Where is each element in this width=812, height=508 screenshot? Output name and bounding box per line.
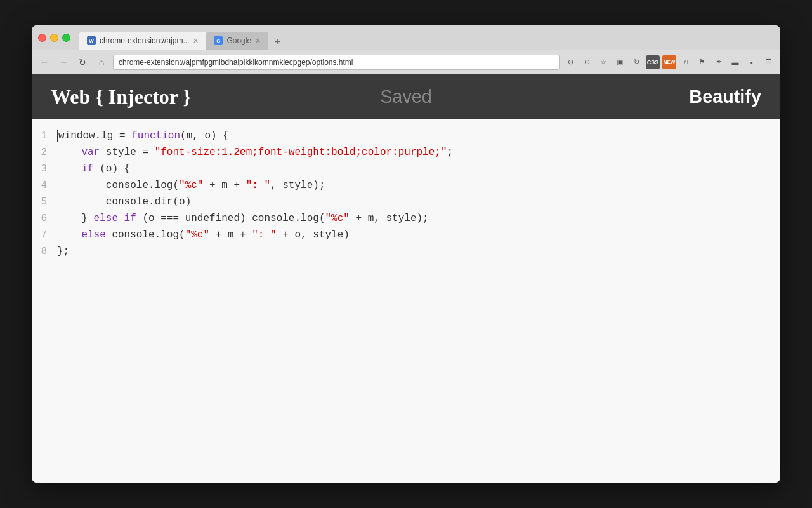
code-segment: else bbox=[81, 229, 105, 241]
star-icon[interactable]: ☆ bbox=[596, 55, 610, 69]
code-segment: + m + bbox=[209, 229, 252, 241]
code-line: 6 } else if (o === undefined) console.lo… bbox=[32, 212, 780, 229]
tab-favicon-ext: W bbox=[87, 36, 96, 45]
line-number: 3 bbox=[32, 163, 57, 175]
code-segment: console.log( bbox=[106, 229, 185, 241]
app-title: Web { Injector } bbox=[51, 85, 287, 109]
line-content[interactable]: var style = "font-size:1.2em;font-weight… bbox=[57, 147, 780, 158]
code-segment: (o) { bbox=[94, 163, 131, 175]
close-button[interactable] bbox=[38, 34, 46, 42]
code-segment bbox=[57, 163, 81, 175]
code-segment: + m, style); bbox=[350, 213, 429, 224]
flag-icon[interactable]: ⚑ bbox=[695, 55, 709, 69]
code-segment: function bbox=[131, 130, 180, 142]
line-number: 7 bbox=[32, 229, 57, 241]
maximize-button[interactable] bbox=[62, 34, 70, 42]
refresh2-icon[interactable]: ↻ bbox=[629, 55, 643, 69]
title-bar: W chrome-extension://ajpm... ✕ G Google … bbox=[32, 25, 780, 50]
tab-extension[interactable]: W chrome-extension://ajpm... ✕ bbox=[79, 32, 206, 50]
code-segment bbox=[57, 147, 81, 158]
code-segment: (o === undefined) console.log( bbox=[136, 213, 325, 224]
refresh-button[interactable]: ↻ bbox=[75, 55, 90, 70]
code-segment: "%c" bbox=[179, 180, 203, 191]
screenshot-icon[interactable]: ▣ bbox=[613, 55, 627, 69]
saved-status: Saved bbox=[287, 86, 524, 107]
line-number: 5 bbox=[32, 196, 57, 208]
tab-label-ext: chrome-extension://ajpm... bbox=[100, 36, 189, 45]
browser-window: W chrome-extension://ajpm... ✕ G Google … bbox=[32, 25, 780, 483]
print-icon[interactable]: ⎙ bbox=[679, 55, 693, 69]
forward-button[interactable]: → bbox=[56, 55, 71, 70]
code-segment: var bbox=[81, 147, 100, 158]
new-badge-icon: NEW bbox=[662, 55, 676, 69]
line-content[interactable]: if (o) { bbox=[57, 163, 780, 175]
traffic-lights bbox=[38, 34, 70, 42]
code-line: 1window.lg = function(m, o) { bbox=[32, 130, 780, 146]
code-line: 2 var style = "font-size:1.2em;font-weig… bbox=[32, 146, 780, 163]
back-button[interactable]: ← bbox=[37, 55, 52, 70]
line-content[interactable]: } else if (o === undefined) console.log(… bbox=[57, 213, 780, 224]
code-editor[interactable]: 1window.lg = function(m, o) {2 var style… bbox=[32, 119, 780, 483]
line-content[interactable]: window.lg = function(m, o) { bbox=[57, 130, 780, 142]
tab-google[interactable]: G Google ✕ bbox=[206, 32, 268, 50]
line-content[interactable]: console.log("%c" + m + ": ", style); bbox=[57, 180, 780, 191]
tab-bar: W chrome-extension://ajpm... ✕ G Google … bbox=[79, 25, 774, 50]
tab-close-google[interactable]: ✕ bbox=[255, 37, 261, 45]
code-line: 8}; bbox=[32, 245, 780, 262]
tv-icon[interactable]: ▬ bbox=[728, 55, 742, 69]
line-content[interactable]: }; bbox=[57, 246, 780, 257]
code-segment bbox=[57, 229, 81, 241]
code-segment: if bbox=[81, 163, 93, 175]
eyedropper-icon[interactable]: ✒ bbox=[712, 55, 726, 69]
code-segment: ; bbox=[447, 147, 454, 158]
code-segment: else if bbox=[94, 213, 136, 224]
code-line: 7 else console.log("%c" + m + ": " + o, … bbox=[32, 229, 780, 245]
tab-label-google: Google bbox=[226, 36, 251, 45]
code-line: 4 console.log("%c" + m + ": ", style); bbox=[32, 179, 780, 196]
tab-favicon-google: G bbox=[214, 36, 223, 45]
code-segment: style = bbox=[100, 147, 154, 158]
code-segment: , style); bbox=[270, 180, 325, 191]
new-tab-button[interactable]: + bbox=[268, 34, 286, 50]
css-icon[interactable]: CSS bbox=[646, 55, 660, 69]
code-segment: + m + bbox=[203, 180, 246, 191]
address-bar[interactable]: chrome-extension://ajpmfpgmlbdhaipikkiko… bbox=[113, 55, 560, 70]
line-content[interactable]: console.dir(o) bbox=[57, 196, 780, 208]
nav-bar: ← → ↻ ⌂ chrome-extension://ajpmfpgmlbdha… bbox=[32, 50, 780, 74]
line-number: 6 bbox=[32, 213, 57, 224]
code-segment: } bbox=[57, 213, 94, 224]
code-line: 3 if (o) { bbox=[32, 163, 780, 179]
line-content[interactable]: else console.log("%c" + m + ": " + o, st… bbox=[57, 229, 780, 241]
beautify-button[interactable]: Beautify bbox=[525, 86, 761, 107]
line-number: 8 bbox=[32, 246, 57, 257]
bookmark-icon[interactable]: ⊙ bbox=[563, 55, 577, 69]
code-segment: (m, o) { bbox=[180, 130, 229, 142]
app-header: Web { Injector } Saved Beautify bbox=[32, 74, 780, 119]
code-segment: console.dir(o) bbox=[57, 196, 191, 208]
zoom-icon[interactable]: ⊕ bbox=[580, 55, 594, 69]
code-segment: ": " bbox=[252, 229, 276, 241]
code-segment: ": " bbox=[246, 180, 270, 191]
nav-icons: ⊙ ⊕ ☆ ▣ ↻ CSS NEW ⎙ ⚑ ✒ ▬ ▪ ☰ bbox=[563, 55, 775, 69]
line-number: 4 bbox=[32, 180, 57, 191]
tab-close-ext[interactable]: ✕ bbox=[193, 37, 199, 45]
menu-icon[interactable]: ☰ bbox=[761, 55, 775, 69]
code-segment: }; bbox=[57, 246, 69, 257]
minimize-button[interactable] bbox=[50, 34, 58, 42]
line-number: 1 bbox=[32, 130, 57, 142]
code-segment: console.log( bbox=[57, 180, 179, 191]
line-number: 2 bbox=[32, 147, 57, 158]
code-segment: + o, style) bbox=[277, 229, 350, 241]
home-button[interactable]: ⌂ bbox=[94, 55, 109, 70]
camera-icon[interactable]: ▪ bbox=[745, 55, 759, 69]
code-segment: "%c" bbox=[185, 229, 209, 241]
code-segment: "font-size:1.2em;font-weight:bold;color:… bbox=[155, 147, 447, 158]
address-text: chrome-extension://ajpmfpgmlbdhaipikkiko… bbox=[119, 58, 353, 67]
code-segment: "%c" bbox=[325, 213, 349, 224]
code-line: 5 console.dir(o) bbox=[32, 196, 780, 212]
code-segment: window.lg = bbox=[58, 130, 131, 142]
